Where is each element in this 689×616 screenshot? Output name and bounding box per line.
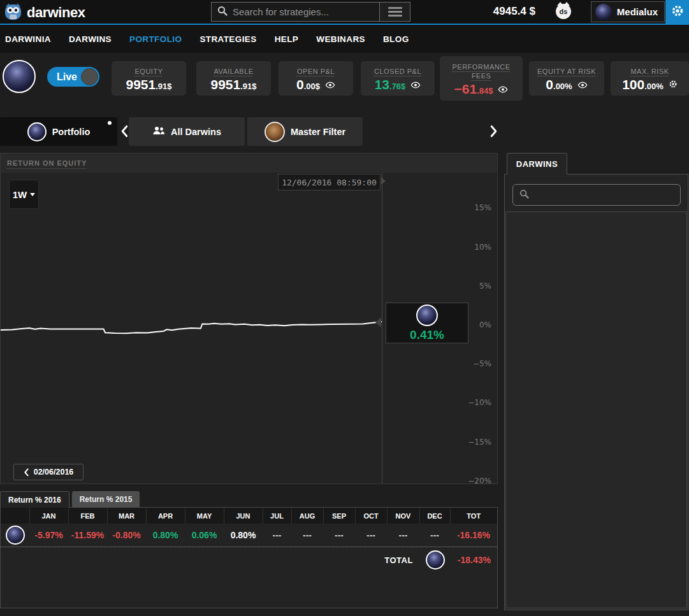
return-cell: --- bbox=[323, 524, 355, 547]
portfolio-tab-avatar bbox=[27, 122, 47, 141]
menu-button[interactable] bbox=[379, 2, 410, 22]
total-row: TOTAL -18.43% bbox=[1, 547, 497, 573]
return-cell: --- bbox=[291, 524, 323, 547]
nav-portfolio[interactable]: PORTFOLIO bbox=[120, 34, 191, 44]
column-header bbox=[1, 508, 29, 524]
column-header: DEC bbox=[419, 508, 450, 524]
top-bar: darwinex 4945.4 $ ds Medialux bbox=[0, 0, 689, 24]
user-menu[interactable]: Medialux bbox=[591, 1, 665, 22]
return-cell: 0.06% bbox=[185, 524, 224, 547]
toggle-knob[interactable] bbox=[81, 68, 98, 85]
stat-value: 9951 bbox=[210, 78, 240, 91]
row-avatar bbox=[6, 526, 25, 545]
eye-icon[interactable] bbox=[577, 80, 588, 91]
return-cell: --- bbox=[355, 524, 387, 547]
strategy-search bbox=[211, 2, 380, 22]
return-line-chart bbox=[1, 173, 382, 483]
tab-return-2016[interactable]: Return % 2016 bbox=[0, 491, 69, 508]
monthly-returns-table: JAN FEB MAR APR MAY JUN JUL AUG SEP OCT … bbox=[0, 507, 498, 608]
column-header: MAY bbox=[185, 508, 224, 524]
return-cell: 0.80% bbox=[224, 524, 263, 547]
gear-icon[interactable] bbox=[669, 80, 678, 91]
nav-strategies[interactable]: STRATEGIES bbox=[191, 34, 265, 44]
chart-title: RETURN ON EQUITY bbox=[7, 159, 87, 167]
y-axis-tick: 15% bbox=[474, 203, 491, 212]
chart-cursor-tooltip: 12/06/2016 08:59:00 bbox=[278, 174, 381, 190]
tab-all-darwins[interactable]: All Darwins bbox=[129, 117, 245, 146]
gear-icon bbox=[671, 4, 684, 20]
total-value: -18.43% bbox=[458, 555, 491, 565]
column-header: JUN bbox=[224, 508, 263, 524]
portfolio-avatar[interactable] bbox=[3, 60, 36, 93]
darwins-search-input[interactable] bbox=[534, 190, 674, 200]
tab-portfolio[interactable]: Portfolio bbox=[0, 117, 117, 146]
eye-icon[interactable] bbox=[325, 80, 335, 91]
eye-icon[interactable] bbox=[410, 80, 421, 91]
brand[interactable]: darwinex bbox=[4, 2, 85, 24]
stat-label: OPEN P&L bbox=[297, 67, 335, 76]
column-header: OCT bbox=[355, 508, 387, 524]
ds-badge[interactable]: ds bbox=[556, 4, 571, 19]
stat-card-max-risk: MAX. RISK 100.00% bbox=[611, 61, 689, 96]
y-axis-tick: 5% bbox=[479, 282, 491, 290]
user-name: Medialux bbox=[617, 6, 658, 17]
total-label: TOTAL bbox=[384, 555, 413, 565]
return-cell: -11.59% bbox=[68, 524, 107, 547]
chart-plot-area[interactable]: 1W 12/06/2016 08:59:00 15%10%5%0%−5%−10%… bbox=[1, 173, 497, 483]
stat-label: EQUITY bbox=[135, 67, 163, 76]
live-label: Live bbox=[57, 71, 77, 83]
tab-return-2015[interactable]: Return % 2015 bbox=[72, 491, 140, 508]
y-axis-tick: 10% bbox=[474, 243, 491, 252]
darwinex-owl-logo-icon bbox=[4, 2, 22, 24]
return-cell: 0.80% bbox=[146, 524, 185, 547]
period-dropdown[interactable]: 1W bbox=[9, 180, 39, 209]
table-header-row: JAN FEB MAR APR MAY JUN JUL AUG SEP OCT … bbox=[1, 508, 497, 524]
stat-value: −61 bbox=[454, 83, 477, 96]
nav-darwinia[interactable]: DARWINIA bbox=[5, 34, 60, 44]
table-row[interactable]: -5.97% -11.59% -0.80% 0.80% 0.06% 0.80% … bbox=[1, 524, 497, 547]
stat-value: 100 bbox=[622, 78, 644, 91]
badge-pointer-icon bbox=[375, 317, 381, 327]
nav-webinars[interactable]: WEBINARS bbox=[307, 34, 374, 44]
stat-card-available: AVAILABLE 9951.91$ bbox=[196, 61, 271, 96]
returns-tabs: Return % 2016 Return % 2015 bbox=[0, 491, 140, 508]
return-cell: --- bbox=[263, 524, 291, 547]
settings-button[interactable] bbox=[665, 0, 689, 24]
stat-label: AVAILABLE bbox=[214, 67, 253, 76]
column-header: MAR bbox=[107, 508, 146, 524]
date-back-button[interactable]: 02/06/2016 bbox=[13, 464, 83, 480]
nav-help[interactable]: HELP bbox=[266, 34, 308, 44]
column-header: TOT bbox=[450, 508, 497, 524]
y-axis-tick: −10% bbox=[468, 398, 491, 407]
master-filter-avatar bbox=[265, 122, 285, 142]
column-header: NOV bbox=[387, 508, 419, 524]
darwins-list[interactable] bbox=[505, 211, 687, 608]
chevron-left-icon bbox=[24, 468, 29, 476]
tab-darwins[interactable]: DARWINS bbox=[507, 153, 567, 175]
badge-avatar bbox=[416, 304, 438, 326]
chevron-right-icon[interactable] bbox=[490, 125, 498, 138]
search-icon bbox=[519, 189, 529, 201]
nav-darwins[interactable]: DARWINS bbox=[60, 34, 120, 44]
y-axis-tick: 0% bbox=[479, 320, 491, 329]
darwins-search bbox=[512, 184, 681, 206]
stat-label: PERFORMANCE FEES bbox=[444, 62, 519, 80]
live-demo-toggle[interactable]: Live bbox=[47, 67, 99, 87]
chevron-left-icon[interactable] bbox=[120, 125, 129, 138]
current-return-value: 0.41% bbox=[410, 328, 444, 342]
stat-label: MAX. RISK bbox=[630, 67, 669, 76]
main-nav: DARWINIA DARWINS PORTFOLIO STRATEGIES HE… bbox=[0, 25, 689, 53]
tab-master-filter[interactable]: Master Filter bbox=[247, 117, 363, 146]
stat-value: 9951 bbox=[126, 78, 156, 91]
return-cell: -5.97% bbox=[29, 524, 68, 547]
darwins-panel bbox=[504, 174, 688, 610]
notification-dot bbox=[108, 121, 112, 125]
stat-card-performance-fees: PERFORMANCE FEES −61.84$ bbox=[440, 56, 523, 101]
current-return-badge[interactable]: 0.41% bbox=[386, 303, 468, 343]
nav-blog[interactable]: BLOG bbox=[374, 34, 418, 44]
eye-icon[interactable] bbox=[498, 84, 508, 96]
chevron-down-icon bbox=[30, 193, 35, 196]
stat-card-closed-pl: CLOSED P&L 13.76$ bbox=[361, 61, 435, 96]
search-input[interactable] bbox=[233, 6, 374, 17]
people-icon bbox=[152, 126, 165, 138]
